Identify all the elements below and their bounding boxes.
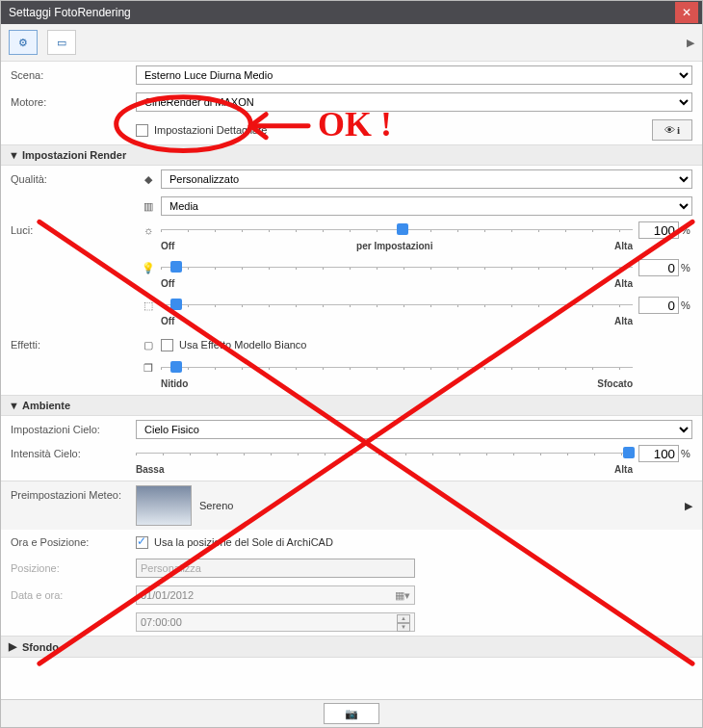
impostazioni-dettagliate-checkbox[interactable] (136, 124, 148, 137)
shadow-icon: ▥ (143, 200, 153, 213)
posizione-input (136, 559, 415, 578)
luci1-value[interactable] (638, 221, 679, 239)
info-button[interactable]: 👁 i (652, 119, 692, 141)
close-button[interactable]: ✕ (675, 2, 698, 23)
calendar-icon: ▦▾ (395, 589, 410, 602)
data-ora-label: Data e ora: (11, 589, 136, 601)
effetto-bianco-checkbox[interactable] (161, 339, 173, 351)
ora-posizione-label: Ora e Posizione: (11, 536, 136, 548)
posizione-sole-checkbox[interactable] (136, 536, 148, 549)
toolbar-more[interactable]: ▶ (687, 37, 694, 49)
intensita-cielo-label: Intensità Cielo: (11, 448, 136, 459)
motore-label: Motore: (11, 96, 136, 108)
meteo-preview[interactable] (136, 485, 192, 526)
scena-label: Scena: (11, 69, 136, 81)
intensita-cielo-slider[interactable] (136, 445, 633, 462)
bulb-icon: 💡 (142, 262, 155, 274)
time-input: 07:00:00 ▲▼ (136, 612, 415, 632)
effetti-label: Effetti: (11, 339, 136, 351)
effetto-bianco-label: Usa Effetto Modello Bianco (179, 339, 306, 351)
qualita-select[interactable]: Personalizzato (161, 169, 692, 189)
posizione-sole-label: Usa la posizione del Sole di ArchiCAD (154, 536, 333, 548)
luci3-value[interactable] (638, 297, 679, 314)
cielo-select[interactable]: Cielo Fisico (136, 420, 692, 439)
sun-icon: ☼ (143, 224, 153, 236)
quality-icon: ◆ (144, 173, 152, 186)
luci2-slider[interactable] (161, 259, 633, 276)
motore-select[interactable]: CineRender di MAXON (136, 92, 692, 112)
ambiente-header[interactable]: ▼ Ambiente (1, 395, 702, 416)
render-button[interactable]: 📷 (324, 703, 379, 724)
chevron-right-icon: ▶ (9, 640, 18, 653)
date-input: 01/01/2012 ▦▾ (136, 585, 415, 605)
chevron-down-icon: ▼ (9, 400, 18, 411)
lamp-icon: ⬚ (143, 299, 153, 312)
eye-icon: 👁 (664, 124, 675, 136)
luci2-value[interactable] (638, 259, 679, 276)
window-title: Settaggi FotoRendering (9, 1, 131, 24)
chevron-down-icon: ▼ (9, 149, 18, 161)
cog-icon: ⚙ (18, 37, 28, 49)
pct: % (679, 224, 692, 236)
posizione-label: Posizione: (11, 562, 136, 574)
effetti2-slider[interactable] (161, 359, 633, 377)
size-tab[interactable]: ▭ (47, 30, 76, 55)
luci3-slider[interactable] (161, 297, 633, 314)
qualita-label: Qualità: (11, 173, 136, 185)
luci1-slider[interactable] (161, 221, 633, 239)
overlap-icon: ❐ (143, 362, 153, 375)
square-icon: ▢ (143, 339, 153, 351)
sfondo-header[interactable]: ▶ Sfondo (1, 636, 702, 658)
meteo-more[interactable]: ▶ (685, 500, 692, 512)
scena-select[interactable]: Esterno Luce Diurna Medio (136, 65, 692, 85)
luci-label: Luci: (11, 224, 136, 236)
impostazioni-render-header[interactable]: ▼ Impostazioni Render (1, 144, 702, 166)
time-stepper: ▲▼ (397, 614, 410, 630)
cielo-label: Impostazioni Cielo: (11, 424, 136, 435)
frame-icon: ▭ (57, 37, 66, 49)
settings-tab[interactable]: ⚙ (9, 30, 38, 55)
intensita-cielo-value[interactable] (638, 445, 679, 462)
qualita-sub-select[interactable]: Media (161, 196, 692, 216)
camera-icon: 📷 (345, 708, 358, 720)
info-icon: i (677, 124, 680, 136)
meteo-value: Sereno (199, 500, 233, 511)
meteo-label: Preimpostazioni Meteo: (11, 485, 136, 501)
impostazioni-dettagliate-label: Impostazioni Dettagliate (154, 124, 267, 136)
